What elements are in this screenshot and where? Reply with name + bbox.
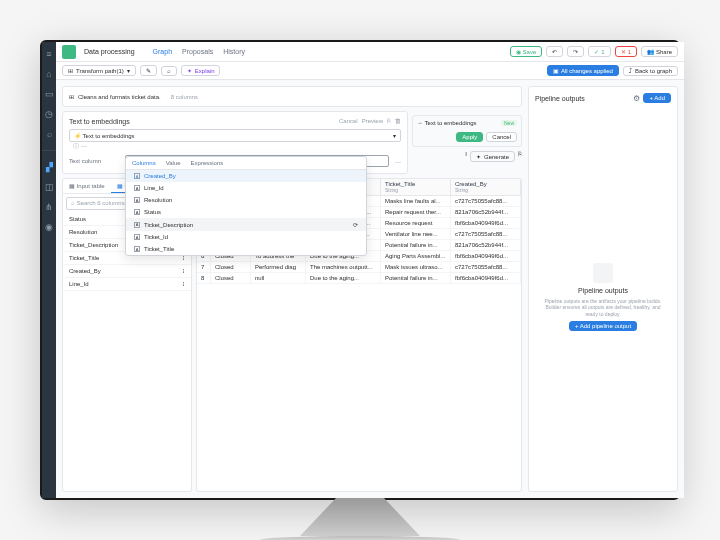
add-output-button[interactable]: + Add	[643, 93, 671, 103]
transform-path[interactable]: ⊞ Transform path(1) ▾	[62, 65, 136, 76]
home-icon[interactable]: ⌂	[43, 68, 55, 80]
dd-item-ticket-id[interactable]: ATicket_Id	[126, 231, 366, 243]
outputs-title: Pipeline outputs	[535, 95, 585, 102]
node-cols: 8 columns	[171, 94, 198, 100]
outputs-panel: Pipeline outputs ⚙ + Add Pipeline output…	[528, 86, 678, 492]
table-cell: Masks line faults al...	[381, 196, 451, 206]
table-cell: c727c75055afc88...	[451, 262, 521, 272]
table-cell: Aging Parts Assembl...	[381, 251, 451, 261]
table-cell: fbf6cba040949f6d...	[451, 273, 521, 283]
generate-button[interactable]: ✦ Generate	[470, 151, 515, 162]
outputs-desc: Pipeline outputs are the artifacts your …	[543, 298, 663, 318]
table-cell: 8	[197, 273, 211, 283]
italic-icon[interactable]: I	[465, 151, 467, 162]
col-header[interactable]: Ticket_TitleString	[381, 179, 451, 195]
table-row[interactable]: 8ClosednullDue to the aging...Potential …	[197, 273, 521, 284]
explain-button[interactable]: ✦ Explain	[181, 65, 221, 76]
dd-tab-value[interactable]: Value	[166, 160, 181, 166]
table-cell: Performed diag	[251, 262, 306, 272]
dd-tab-columns[interactable]: Columns	[132, 160, 156, 166]
table-cell: Mask issues ultraso...	[381, 262, 451, 272]
app-logo[interactable]	[62, 45, 76, 59]
folder-icon[interactable]: ▭	[43, 88, 55, 100]
tab-input-table[interactable]: ▦ Input table	[63, 179, 111, 193]
side-config: → Text to embeddings New Apply Cancel	[412, 115, 522, 147]
outputs-placeholder-icon	[593, 263, 613, 283]
bell-icon[interactable]: ◉	[43, 221, 55, 233]
dd-item-ticket-title[interactable]: ATicket_Title	[126, 243, 366, 255]
node-icon: ⊞	[69, 93, 74, 100]
tab-graph[interactable]: Graph	[153, 48, 172, 55]
dd-item-resolution[interactable]: AResolution	[126, 194, 366, 206]
undo-button[interactable]: ↶	[546, 46, 563, 57]
left-rail: ≡ ⌂ ▭ ◷ ⌕ ▞ ◫ ⋔ ◉	[42, 42, 56, 498]
share-icon[interactable]: ⋔	[43, 201, 55, 213]
layers-icon[interactable]: ◫	[43, 181, 55, 193]
config-panel: Text to embeddings Cancel Preview ⎘ 🗑 ⚡ …	[62, 111, 408, 174]
column-dropdown: Columns Value Expressions ACreated_By AL…	[125, 156, 367, 256]
dd-item-status[interactable]: AStatus	[126, 206, 366, 218]
apply-button[interactable]: Apply	[456, 132, 483, 142]
dd-item-created-by[interactable]: ACreated_By	[126, 170, 366, 182]
gear-icon[interactable]: ⚙	[633, 94, 640, 103]
chevron-down-icon: ▾	[393, 132, 396, 139]
redo-button[interactable]: ↷	[567, 46, 584, 57]
top-bar: Data processing Graph Proposals History …	[56, 42, 684, 62]
config-title: Text to embeddings	[69, 118, 130, 125]
dd-item-ticket-description[interactable]: ATicket_Description ⟳	[126, 218, 366, 231]
cancel-link[interactable]: Cancel	[339, 118, 358, 125]
back-to-graph-button[interactable]: ⤴ Back to graph	[623, 66, 678, 76]
chart-icon[interactable]: ▞	[43, 161, 55, 173]
copy-icon[interactable]: ⎘	[387, 118, 391, 125]
table-cell: Repair request ther...	[381, 207, 451, 217]
more-icon[interactable]: ⋯	[395, 158, 401, 165]
toolbar: ⊞ Transform path(1) ▾ ✎ ⌕ ✦ Explain ▣ Al…	[56, 62, 684, 80]
add-pipeline-output-button[interactable]: + Add pipeline output	[569, 321, 637, 331]
table-cell: Due to the aging...	[306, 273, 381, 283]
text-column-label: Text column	[69, 158, 119, 164]
dd-item-line-id[interactable]: ALine_Id	[126, 182, 366, 194]
save-button[interactable]: ◉ Save	[510, 46, 543, 57]
preview-link[interactable]: Preview	[362, 118, 383, 125]
tab-history[interactable]: History	[223, 48, 245, 55]
node-desc: Cleans and formats ticket data.	[78, 94, 161, 100]
tab-proposals[interactable]: Proposals	[182, 48, 213, 55]
table-cell: c727c75055afc88...	[451, 196, 521, 206]
table-cell: Closed	[211, 262, 251, 272]
table-cell: Resource request	[381, 218, 451, 228]
copy-icon-2[interactable]: ⎘	[518, 151, 522, 162]
table-cell: Potential failure in...	[381, 240, 451, 250]
table-cell: 821a706c52b944f...	[451, 207, 521, 217]
table-cell: null	[251, 273, 306, 283]
check-button[interactable]: ✓1	[588, 46, 610, 57]
breadcrumb: Data processing	[84, 48, 135, 55]
filter-created-by[interactable]: Created_By⫶	[63, 265, 191, 278]
table-cell: c727c75055afc88...	[451, 229, 521, 239]
table-cell: The machines outputt...	[306, 262, 381, 272]
edit-button[interactable]: ✎	[140, 65, 157, 76]
share-button[interactable]: 👥 Share	[641, 46, 678, 57]
changes-applied-button[interactable]: ▣ All changes applied	[547, 65, 619, 76]
discard-button[interactable]: ✕1	[615, 46, 637, 57]
menu-icon[interactable]: ≡	[43, 48, 55, 60]
table-cell: Ventilator line nee...	[381, 229, 451, 239]
clock-icon[interactable]: ◷	[43, 108, 55, 120]
dd-tab-expressions[interactable]: Expressions	[191, 160, 224, 166]
search-button[interactable]: ⌕	[161, 66, 177, 76]
cancel-button[interactable]: Cancel	[486, 132, 517, 142]
node-summary: ⊞ Cleans and formats ticket data. 8 colu…	[62, 86, 522, 107]
outputs-heading: Pipeline outputs	[578, 287, 628, 294]
table-cell: fbf6cba040949f6d...	[451, 251, 521, 261]
transform-select[interactable]: ⚡ Text to embeddings ▾	[69, 129, 401, 142]
table-cell: Potential failure in...	[381, 273, 451, 283]
search-icon[interactable]: ⌕	[43, 128, 55, 140]
table-cell: fbf6cba040949f6d...	[451, 218, 521, 228]
delete-icon[interactable]: 🗑	[395, 118, 401, 125]
table-cell: 821a706c52b944f...	[451, 240, 521, 250]
new-badge: New	[501, 120, 517, 126]
side-title: Text to embeddings	[425, 120, 477, 126]
filter-line-id[interactable]: Line_Id⫶	[63, 278, 191, 291]
table-row[interactable]: 7ClosedPerformed diagThe machines output…	[197, 262, 521, 273]
table-cell: Closed	[211, 273, 251, 283]
col-header[interactable]: Created_ByString	[451, 179, 521, 195]
